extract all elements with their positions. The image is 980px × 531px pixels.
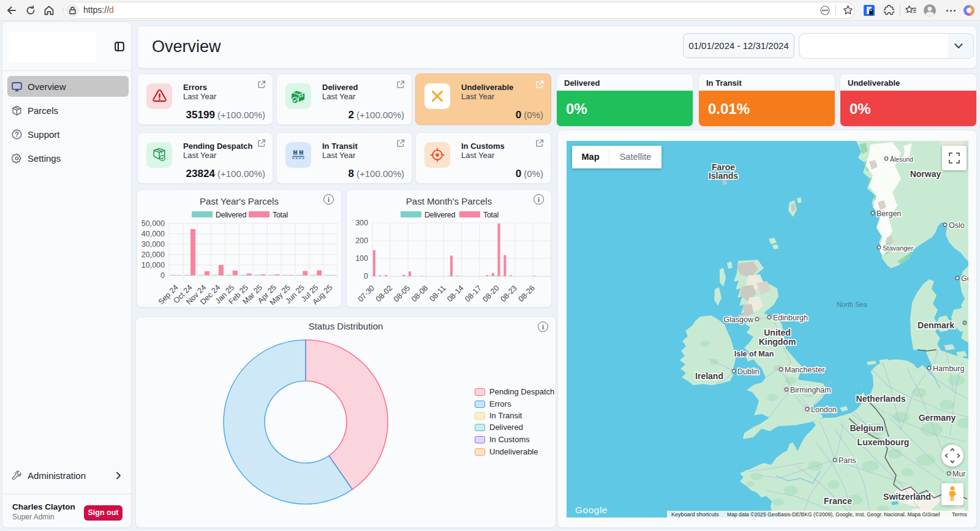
svg-text:100: 100 bbox=[355, 254, 368, 263]
svg-text:Stavanger: Stavanger bbox=[883, 244, 913, 252]
svg-text:Luxembourg: Luxembourg bbox=[858, 437, 910, 447]
svg-text:08-02: 08-02 bbox=[374, 284, 394, 304]
svg-text:08-26: 08-26 bbox=[517, 284, 537, 304]
svg-text:20,000: 20,000 bbox=[141, 250, 165, 259]
svg-text:08-05: 08-05 bbox=[392, 284, 412, 304]
svg-text:Manchester: Manchester bbox=[785, 366, 824, 374]
svg-text:Netherlands: Netherlands bbox=[856, 394, 906, 404]
svg-text:Islands: Islands bbox=[709, 171, 738, 181]
svg-text:08-08: 08-08 bbox=[410, 284, 430, 304]
svg-text:Keyboard shortcuts: Keyboard shortcuts bbox=[671, 511, 719, 518]
svg-text:France: France bbox=[824, 496, 852, 506]
svg-text:Bergen: Bergen bbox=[876, 209, 901, 218]
svg-text:Glasgow: Glasgow bbox=[723, 315, 754, 324]
svg-text:Google: Google bbox=[575, 505, 608, 515]
svg-text:Mur: Mur bbox=[952, 470, 966, 478]
svg-text:08-17: 08-17 bbox=[463, 284, 483, 304]
svg-text:Paris: Paris bbox=[839, 456, 856, 465]
svg-text:08-23: 08-23 bbox=[499, 284, 519, 304]
svg-text:10,000: 10,000 bbox=[141, 261, 165, 269]
svg-text:Isle of Man: Isle of Man bbox=[734, 350, 774, 358]
svg-text:30,000: 30,000 bbox=[141, 240, 165, 249]
svg-text:London: London bbox=[811, 405, 837, 414]
svg-text:Birmingham: Birmingham bbox=[790, 386, 831, 394]
svg-text:08-20: 08-20 bbox=[481, 284, 501, 304]
svg-text:0: 0 bbox=[364, 272, 368, 281]
svg-text:40,000: 40,000 bbox=[141, 230, 165, 238]
svg-text:50,000: 50,000 bbox=[141, 219, 165, 228]
svg-text:Hamburg: Hamburg bbox=[933, 364, 964, 373]
svg-text:07-30: 07-30 bbox=[356, 284, 377, 304]
svg-text:0: 0 bbox=[160, 271, 165, 280]
svg-text:Germany: Germany bbox=[919, 413, 956, 423]
svg-text:Belgium: Belgium bbox=[850, 423, 883, 433]
svg-text:Edinburgh: Edinburgh bbox=[773, 314, 808, 322]
svg-text:Ålesund: Ålesund bbox=[890, 156, 913, 163]
svg-text:200: 200 bbox=[355, 236, 368, 245]
svg-text:08-11: 08-11 bbox=[428, 284, 448, 303]
svg-text:Ireland: Ireland bbox=[695, 371, 723, 381]
svg-text:08-14: 08-14 bbox=[445, 284, 466, 304]
svg-text:Denmark: Denmark bbox=[918, 320, 954, 330]
svg-text:United: United bbox=[764, 328, 791, 337]
svg-text:Oslo: Oslo bbox=[949, 221, 965, 230]
svg-text:Norway: Norway bbox=[910, 169, 941, 179]
svg-text:Go: Go bbox=[961, 274, 968, 283]
svg-text:North Sea: North Sea bbox=[837, 301, 867, 308]
svg-text:Switzerland: Switzerland bbox=[883, 492, 931, 502]
svg-text:300: 300 bbox=[355, 219, 368, 227]
svg-text:Kingdom: Kingdom bbox=[759, 337, 796, 347]
svg-text:Terms: Terms bbox=[952, 511, 967, 518]
svg-text:Map data ©2025 GeoBasis-DE/BKG: Map data ©2025 GeoBasis-DE/BKG (©2009), … bbox=[727, 511, 940, 518]
svg-text:Dublin: Dublin bbox=[737, 367, 759, 376]
